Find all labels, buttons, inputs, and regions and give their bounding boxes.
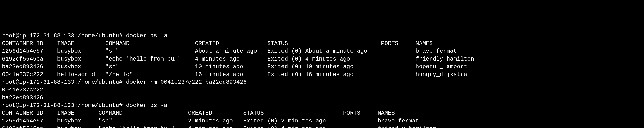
shell-prompt: root@ip-172-31-88-133:/home/ubuntu# — [2, 32, 122, 39]
command-output-line: 0041e237c222 — [2, 86, 43, 93]
shell-command: docker ps -a — [126, 102, 168, 108]
terminal-output[interactable]: root@ip-172-31-88-133:/home/ubuntu# dock… — [2, 32, 642, 128]
command-output-table: CONTAINER ID IMAGE COMMAND CREATED STATU… — [2, 110, 436, 128]
shell-command: docker rm 0041e237c222 ba22ed893426 — [126, 79, 247, 86]
command-output-table: CONTAINER ID IMAGE COMMAND CREATED STATU… — [2, 40, 474, 78]
shell-command: docker ps -a — [126, 32, 168, 39]
command-output-line: ba22ed893426 — [2, 94, 43, 101]
shell-prompt: root@ip-172-31-88-133:/home/ubuntu# — [2, 102, 122, 108]
shell-prompt: root@ip-172-31-88-133:/home/ubuntu# — [2, 79, 122, 86]
